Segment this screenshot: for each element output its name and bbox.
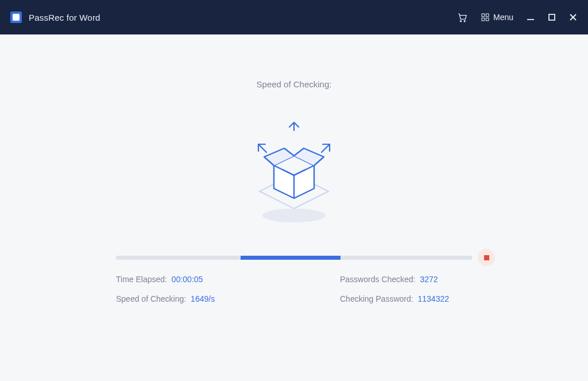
svg-rect-5: [486, 18, 489, 21]
svg-rect-3: [486, 14, 489, 17]
window-controls: Menu: [457, 11, 578, 23]
illustration-container: [0, 117, 588, 232]
stop-button[interactable]: [478, 249, 495, 266]
passwords-checked-label: Passwords Checked:: [340, 275, 416, 284]
app-title: PassRec for Word: [29, 13, 100, 22]
svg-point-0: [460, 21, 461, 22]
title-bar: PassRec for Word Menu: [0, 0, 588, 34]
grid-icon: [481, 13, 490, 22]
speed-label: Speed of Checking:: [116, 294, 186, 303]
svg-rect-4: [482, 18, 485, 21]
svg-point-10: [262, 209, 326, 222]
cart-icon[interactable]: [457, 11, 468, 23]
menu-button[interactable]: Menu: [481, 13, 513, 22]
page-heading: Speed of Checking:: [0, 79, 588, 89]
svg-rect-2: [482, 14, 485, 17]
speed-row: Speed of Checking: 1649/s: [116, 294, 294, 303]
progress-area: Time Elapsed: 00:00:05 Passwords Checked…: [116, 256, 472, 303]
progress-fill: [241, 256, 341, 260]
svg-point-1: [464, 21, 465, 22]
svg-rect-7: [549, 14, 555, 20]
main-content: Speed of Checking:: [0, 34, 588, 303]
passwords-checked-value: 3272: [420, 275, 438, 284]
checking-password-label: Checking Password:: [340, 294, 413, 303]
checking-password-row: Checking Password: 1134322: [294, 294, 472, 303]
time-elapsed-label: Time Elapsed:: [116, 275, 167, 284]
speed-value: 1649/s: [191, 294, 215, 303]
menu-label: Menu: [493, 13, 513, 22]
app-logo-icon: [10, 11, 22, 23]
progress-bar: [116, 256, 472, 260]
time-elapsed-value: 00:00:05: [172, 275, 203, 284]
maximize-button[interactable]: [548, 13, 556, 21]
stats-grid: Time Elapsed: 00:00:05 Passwords Checked…: [116, 275, 472, 303]
close-button[interactable]: [568, 13, 578, 22]
time-elapsed-row: Time Elapsed: 00:00:05: [116, 275, 294, 284]
passwords-checked-row: Passwords Checked: 3272: [294, 275, 472, 284]
box-illustration-icon: [237, 117, 351, 232]
minimize-button[interactable]: [526, 13, 535, 22]
checking-password-value: 1134322: [418, 294, 450, 303]
stop-icon: [484, 255, 489, 260]
